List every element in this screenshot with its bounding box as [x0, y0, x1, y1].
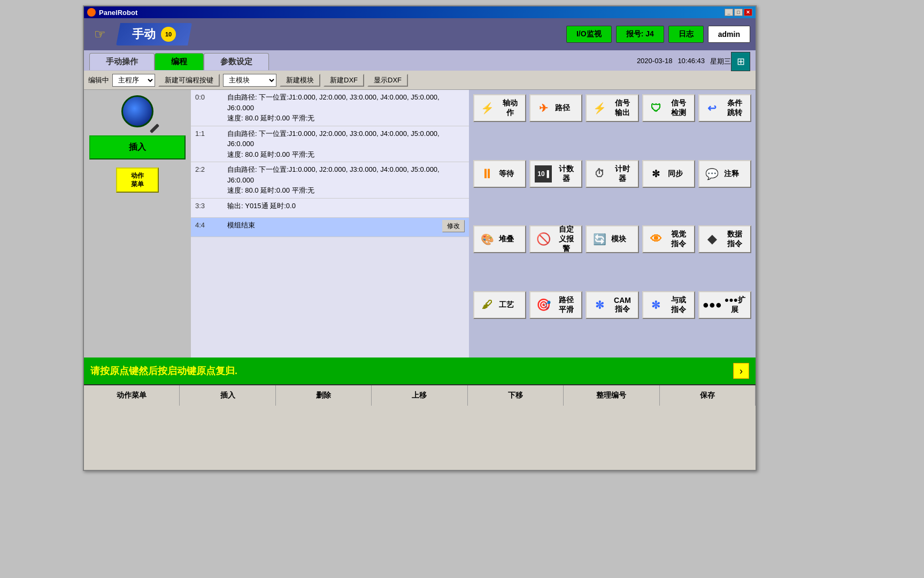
toolbar-area: 编辑中 主程序 新建可编程按键 主模块 新建模块 新建DXF 显示DXF — [84, 71, 756, 90]
craft-icon: 🖌 — [479, 296, 496, 314]
header-buttons: I/O监视 报号: J4 日志 admin — [566, 26, 750, 43]
vision-cmd-button[interactable]: 👁 视觉指令 — [642, 225, 695, 253]
row-content: 自由路径: 下一位置:J1:0.000, J2:0.000, J3:0.000,… — [227, 164, 465, 196]
date-time: 2020-03-18 10:46:43 星期三 — [637, 57, 731, 66]
tab-programming[interactable]: 编程 — [155, 53, 204, 70]
signal-detect-icon: 🛡 — [648, 100, 665, 117]
module-icon: 🔄 — [591, 231, 608, 248]
app-icon — [87, 8, 96, 17]
timer-icon: ⏱ — [591, 165, 608, 182]
stack-button[interactable]: 🎨 堆叠 — [473, 225, 526, 253]
row-number: 4:4 — [195, 220, 227, 229]
title-controls: _ □ ✕ — [725, 9, 752, 16]
signal-detect-button[interactable]: 🛡 信号检测 — [642, 94, 695, 122]
cam-cmd-icon: ✼ — [591, 296, 608, 314]
left-sidebar: 插入 动作菜单 — [84, 90, 191, 358]
action-menu-bottom-button[interactable]: 动作菜单 — [84, 385, 180, 406]
cam-cmd-button[interactable]: ✼ CAM指令 — [586, 291, 638, 319]
signal-output-button[interactable]: ⚡ 信号输出 — [586, 94, 638, 122]
hand-icon: ☞ — [89, 24, 111, 45]
title-bar: PanelRobot _ □ ✕ — [84, 6, 756, 18]
timer-button[interactable]: ⏱ 计时器 — [586, 160, 638, 188]
log-button[interactable]: 日志 — [668, 26, 704, 43]
axis-action-icon: ⚡ — [479, 100, 496, 117]
table-row[interactable]: 3:3 输出: Y015通 延时:0.0 — [191, 199, 469, 218]
status-arrow-button[interactable]: › — [733, 363, 749, 379]
date-display: 2020-03-18 — [637, 57, 673, 66]
organize-numbers-button[interactable]: 整理编号 — [564, 385, 659, 406]
report-button[interactable]: 报号: J4 — [616, 26, 664, 43]
counter-button[interactable]: 10▐ 计数器 — [529, 160, 582, 188]
craft-button[interactable]: 🖌 工艺 — [473, 291, 526, 319]
axis-action-button[interactable]: ⚡ 轴动作 — [473, 94, 526, 122]
mode-badge: 10 — [161, 27, 176, 42]
close-button[interactable]: ✕ — [744, 9, 752, 16]
data-cmd-button[interactable]: ◆ 数据指令 — [698, 225, 751, 253]
and-or-cmd-button[interactable]: ✼ 与或指令 — [642, 291, 695, 319]
extend-icon: ●●● — [704, 296, 721, 314]
table-row[interactable]: 4:4 模组结束 修改 — [191, 218, 469, 237]
stack-icon: 🎨 — [479, 231, 496, 248]
path-icon: ✈ — [535, 100, 552, 117]
tab-manual[interactable]: 手动操作 — [89, 53, 155, 70]
new-module-button[interactable]: 新建模块 — [280, 74, 320, 87]
io-monitor-button[interactable]: I/O监视 — [566, 26, 612, 43]
save-button[interactable]: 保存 — [660, 385, 756, 406]
row-content: 模组结束 — [227, 220, 442, 231]
main-content: 插入 动作菜单 0:0 自由路径: 下一位置:J1:0.000, J2:0.00… — [84, 90, 756, 358]
row-content: 自由路径: 下一位置:J1:0.000, J2:0.000, J3:0.000,… — [227, 92, 465, 124]
time-display: 10:46:43 — [677, 57, 705, 66]
extend-button[interactable]: ●●● ●●●扩展 — [698, 291, 751, 319]
header-area: ☞ 手动 10 I/O监视 报号: J4 日志 admin — [84, 18, 756, 50]
admin-button[interactable]: admin — [708, 26, 750, 43]
program-list: 0:0 自由路径: 下一位置:J1:0.000, J2:0.000, J3:0.… — [191, 90, 469, 358]
magnifier-icon — [121, 95, 153, 127]
insert-button[interactable]: 插入 — [89, 135, 186, 159]
custom-alarm-button[interactable]: 🚫 自定义报警 — [529, 225, 582, 253]
path-smooth-icon: 🎯 — [535, 296, 552, 314]
modify-button[interactable]: 修改 — [442, 220, 465, 232]
window-title: PanelRobot — [99, 9, 137, 17]
minimize-button[interactable]: _ — [725, 9, 733, 16]
conditional-jump-button[interactable]: ↩ 条件跳转 — [698, 94, 751, 122]
row-content: 自由路径: 下一位置:J1:0.000, J2:0.000, J3:0.000,… — [227, 128, 465, 160]
editing-label: 编辑中 — [88, 75, 109, 85]
bottom-bar: 动作菜单 插入 删除 上移 下移 整理编号 保存 — [84, 384, 756, 406]
grid-icon[interactable]: ⊞ — [731, 52, 750, 71]
action-menu-button[interactable]: 动作菜单 — [116, 168, 159, 193]
main-window: PanelRobot _ □ ✕ ☞ 手动 10 I/O监视 报号: J4 日志… — [83, 5, 757, 471]
move-down-button[interactable]: 下移 — [468, 385, 564, 406]
delete-button[interactable]: 删除 — [276, 385, 372, 406]
insert-bottom-button[interactable]: 插入 — [180, 385, 275, 406]
status-text: 请按原点键然后按启动键原点复归. — [90, 364, 729, 377]
comment-icon: 💬 — [704, 165, 721, 182]
module-button[interactable]: 🔄 模块 — [586, 225, 638, 253]
table-row[interactable]: 0:0 自由路径: 下一位置:J1:0.000, J2:0.000, J3:0.… — [191, 90, 469, 126]
data-cmd-icon: ◆ — [704, 231, 721, 248]
table-row[interactable]: 1:1 自由路径: 下一位置:J1:0.000, J2:0.000, J3:0.… — [191, 126, 469, 163]
table-row[interactable]: 2:2 自由路径: 下一位置:J1:0.000, J2:0.000, J3:0.… — [191, 162, 469, 199]
tab-settings[interactable]: 参数设定 — [204, 53, 269, 70]
conditional-jump-icon: ↩ — [704, 100, 721, 117]
mode-label: 手动 — [132, 26, 156, 42]
command-grid: ⚡ 轴动作 ✈ 路径 ⚡ 信号输出 🛡 信号检测 ↩ 条件跳转 ⏸ — [469, 90, 756, 358]
row-content: 输出: Y015通 延时:0.0 — [227, 201, 465, 211]
maximize-button[interactable]: □ — [734, 9, 743, 16]
row-number: 2:2 — [195, 164, 227, 173]
move-up-button[interactable]: 上移 — [372, 385, 467, 406]
tabs-area: 手动操作 编程 参数设定 2020-03-18 10:46:43 星期三 ⊞ — [84, 50, 756, 71]
comment-button[interactable]: 💬 注释 — [698, 160, 751, 188]
sync-button[interactable]: ✼ 同步 — [642, 160, 695, 188]
row-number: 0:0 — [195, 92, 227, 101]
program-select[interactable]: 主程序 — [112, 74, 155, 87]
path-smooth-button[interactable]: 🎯 路径平滑 — [529, 291, 582, 319]
module-select[interactable]: 主模块 — [223, 74, 276, 87]
show-dxf-button[interactable]: 显示DXF — [367, 74, 408, 87]
new-programmable-key-button[interactable]: 新建可编程按键 — [158, 74, 220, 87]
path-button[interactable]: ✈ 路径 — [529, 94, 582, 122]
counter-icon: 10▐ — [535, 165, 552, 182]
new-dxf-button[interactable]: 新建DXF — [324, 74, 364, 87]
weekday-display: 星期三 — [710, 57, 731, 66]
wait-button[interactable]: ⏸ 等待 — [473, 160, 526, 188]
status-bar: 请按原点键然后按启动键原点复归. › — [84, 358, 756, 384]
